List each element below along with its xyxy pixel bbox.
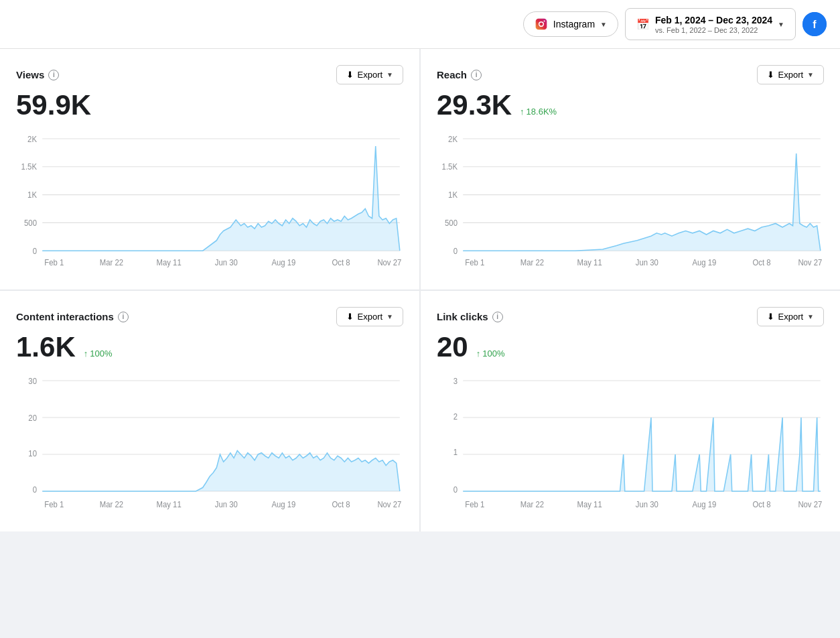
svg-text:Jun 30: Jun 30 bbox=[636, 258, 659, 267]
svg-text:0: 0 bbox=[33, 246, 38, 255]
svg-rect-0 bbox=[535, 19, 547, 30]
svg-text:Aug 19: Aug 19 bbox=[692, 258, 716, 267]
top-bar: Instagram ▼ 📅 Feb 1, 2024 – Dec 23, 2024… bbox=[0, 0, 840, 49]
ci-metric-row: 1.6K ↑ 100% bbox=[16, 332, 403, 365]
svg-text:Oct 8: Oct 8 bbox=[753, 500, 772, 509]
svg-text:Mar 22: Mar 22 bbox=[100, 258, 123, 267]
ci-export-down-icon: ⬇ bbox=[346, 312, 354, 322]
svg-text:Feb 1: Feb 1 bbox=[44, 500, 64, 509]
svg-text:1: 1 bbox=[453, 448, 458, 456]
lc-up-arrow: ↑ bbox=[476, 348, 481, 359]
link-clicks-export-button[interactable]: ⬇ Export ▼ bbox=[757, 307, 824, 326]
link-clicks-info-icon[interactable]: i bbox=[492, 312, 503, 322]
views-chart: 2K 1.5K 1K 500 0 Feb 1 Mar 22 May 11 Jun… bbox=[16, 131, 403, 279]
svg-point-2 bbox=[543, 20, 545, 21]
avatar[interactable]: f bbox=[802, 12, 827, 36]
svg-text:Jun 30: Jun 30 bbox=[215, 258, 238, 267]
views-chart-svg: 2K 1.5K 1K 500 0 Feb 1 Mar 22 May 11 Jun… bbox=[16, 131, 403, 279]
ci-chart: 30 20 10 0 Feb 1 Mar 22 May 11 Jun 30 Au… bbox=[16, 373, 403, 521]
calendar-icon: 📅 bbox=[636, 18, 650, 31]
svg-text:0: 0 bbox=[33, 485, 38, 494]
ci-change: ↑ 100% bbox=[84, 348, 113, 359]
svg-text:3: 3 bbox=[453, 377, 458, 386]
svg-text:Mar 22: Mar 22 bbox=[520, 258, 544, 267]
reach-value: 29.3K bbox=[437, 90, 512, 121]
reach-chart-svg: 2K 1.5K 1K 500 0 Feb 1 Mar 22 May 11 Jun… bbox=[437, 131, 824, 279]
svg-text:Oct 8: Oct 8 bbox=[753, 258, 772, 267]
svg-text:Nov 27: Nov 27 bbox=[798, 258, 822, 267]
reach-chart: 2K 1.5K 1K 500 0 Feb 1 Mar 22 May 11 Jun… bbox=[437, 131, 824, 279]
views-value: 59.9K bbox=[16, 90, 91, 121]
svg-text:Nov 27: Nov 27 bbox=[377, 500, 401, 509]
svg-text:Aug 19: Aug 19 bbox=[692, 500, 716, 509]
svg-text:Mar 22: Mar 22 bbox=[100, 500, 123, 509]
svg-text:Aug 19: Aug 19 bbox=[271, 258, 295, 267]
reach-info-icon[interactable]: i bbox=[471, 70, 482, 80]
instagram-icon bbox=[535, 17, 548, 31]
svg-text:Nov 27: Nov 27 bbox=[798, 500, 822, 509]
reach-export-button[interactable]: ⬇ Export ▼ bbox=[757, 65, 824, 84]
svg-text:May 11: May 11 bbox=[157, 258, 182, 267]
lc-export-dropdown-arrow: ▼ bbox=[807, 313, 814, 320]
views-metric-row: 59.9K bbox=[16, 90, 403, 123]
content-interactions-info-icon[interactable]: i bbox=[118, 312, 129, 322]
svg-text:May 11: May 11 bbox=[157, 500, 182, 509]
facebook-avatar-icon: f bbox=[802, 12, 827, 36]
export-down-icon: ⬇ bbox=[346, 70, 354, 80]
views-card: Views i ⬇ Export ▼ 59.9K 2K 1.5K 1K 500 … bbox=[0, 49, 419, 290]
svg-text:Oct 8: Oct 8 bbox=[332, 500, 351, 509]
content-interactions-card: Content interactions i ⬇ Export ▼ 1.6K ↑… bbox=[0, 291, 419, 531]
reach-up-arrow: ↑ bbox=[520, 107, 524, 117]
platform-dropdown-arrow: ▼ bbox=[600, 21, 607, 28]
reach-change: ↑ 18.6K% bbox=[520, 107, 557, 117]
content-interactions-header: Content interactions i ⬇ Export ▼ bbox=[16, 307, 403, 326]
svg-text:20: 20 bbox=[28, 414, 37, 423]
svg-text:Feb 1: Feb 1 bbox=[465, 258, 484, 267]
svg-text:Nov 27: Nov 27 bbox=[377, 258, 401, 267]
ci-export-dropdown-arrow: ▼ bbox=[387, 313, 393, 320]
svg-text:2: 2 bbox=[453, 412, 458, 421]
svg-text:500: 500 bbox=[445, 218, 458, 227]
views-info-icon[interactable]: i bbox=[48, 70, 59, 80]
svg-text:Feb 1: Feb 1 bbox=[44, 258, 64, 267]
dashboard: Views i ⬇ Export ▼ 59.9K 2K 1.5K 1K 500 … bbox=[0, 49, 840, 531]
svg-text:10: 10 bbox=[28, 449, 37, 458]
lc-value: 20 bbox=[437, 332, 468, 363]
content-interactions-export-button[interactable]: ⬇ Export ▼ bbox=[336, 307, 403, 326]
svg-text:2K: 2K bbox=[448, 135, 458, 143]
reach-export-dropdown-arrow: ▼ bbox=[807, 71, 814, 78]
reach-export-down-icon: ⬇ bbox=[767, 70, 774, 80]
reach-card-header: Reach i ⬇ Export ▼ bbox=[437, 65, 824, 84]
svg-text:1.5K: 1.5K bbox=[21, 162, 38, 171]
views-card-header: Views i ⬇ Export ▼ bbox=[16, 65, 403, 84]
date-range-selector[interactable]: 📅 Feb 1, 2024 – Dec 23, 2024 vs. Feb 1, … bbox=[625, 8, 796, 40]
reach-card: Reach i ⬇ Export ▼ 29.3K ↑ 18.6K% 2K 1.5… bbox=[421, 49, 840, 290]
export-dropdown-arrow: ▼ bbox=[387, 71, 393, 78]
svg-text:1K: 1K bbox=[448, 190, 458, 199]
link-clicks-card: Link clicks i ⬇ Export ▼ 20 ↑ 100% 3 2 1… bbox=[421, 291, 840, 531]
svg-text:Jun 30: Jun 30 bbox=[215, 500, 238, 509]
svg-text:Oct 8: Oct 8 bbox=[332, 258, 351, 267]
date-range-primary: Feb 1, 2024 – Dec 23, 2024 bbox=[655, 15, 772, 25]
link-clicks-header: Link clicks i ⬇ Export ▼ bbox=[437, 307, 824, 326]
reach-metric-row: 29.3K ↑ 18.6K% bbox=[437, 90, 824, 123]
svg-text:Jun 30: Jun 30 bbox=[636, 500, 659, 509]
svg-text:May 11: May 11 bbox=[577, 258, 602, 267]
svg-text:2K: 2K bbox=[27, 135, 37, 143]
svg-text:500: 500 bbox=[24, 218, 37, 227]
svg-text:May 11: May 11 bbox=[577, 500, 602, 509]
lc-chart-svg: 3 2 1 0 Feb 1 Mar 22 May 11 Jun 30 Aug 1… bbox=[437, 373, 824, 521]
ci-up-arrow: ↑ bbox=[84, 348, 88, 359]
svg-text:0: 0 bbox=[453, 485, 458, 494]
lc-metric-row: 20 ↑ 100% bbox=[437, 332, 824, 365]
lc-change: ↑ 100% bbox=[476, 348, 505, 359]
svg-text:30: 30 bbox=[28, 377, 37, 386]
platform-selector[interactable]: Instagram ▼ bbox=[523, 11, 618, 37]
views-export-button[interactable]: ⬇ Export ▼ bbox=[336, 65, 403, 84]
content-interactions-title: Content interactions i bbox=[16, 311, 129, 322]
svg-text:1.5K: 1.5K bbox=[442, 162, 458, 171]
ci-value: 1.6K bbox=[16, 332, 76, 363]
svg-text:f: f bbox=[813, 19, 817, 30]
lc-chart: 3 2 1 0 Feb 1 Mar 22 May 11 Jun 30 Aug 1… bbox=[437, 373, 824, 521]
link-clicks-title: Link clicks i bbox=[437, 311, 503, 322]
